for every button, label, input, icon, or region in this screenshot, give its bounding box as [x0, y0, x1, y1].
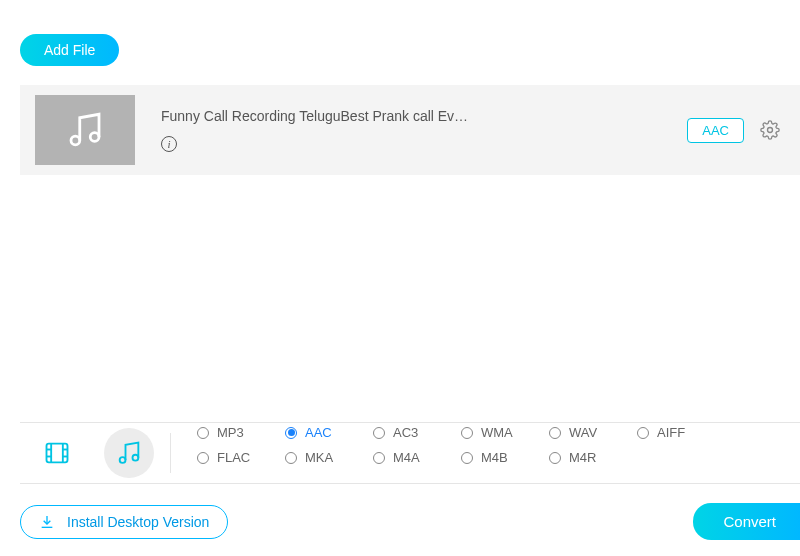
format-option-wav[interactable]: WAV: [549, 425, 637, 440]
svg-point-10: [120, 457, 126, 463]
install-desktop-label: Install Desktop Version: [67, 514, 209, 530]
format-option-aac[interactable]: AAC: [285, 425, 373, 440]
format-option-wma[interactable]: WMA: [461, 425, 549, 440]
svg-point-11: [133, 455, 139, 461]
add-file-button[interactable]: Add File: [20, 34, 119, 66]
svg-point-1: [90, 133, 99, 142]
svg-rect-3: [47, 444, 68, 463]
tab-video[interactable]: [32, 428, 82, 478]
file-item: Funny Call Recording TeluguBest Prank ca…: [20, 85, 800, 175]
svg-point-2: [768, 128, 773, 133]
format-options: MP3AACAC3WMAWAVAIFFFLACMKAM4AM4BM4R: [171, 421, 731, 485]
format-option-m4a[interactable]: M4A: [373, 450, 461, 465]
format-option-ac3[interactable]: AC3: [373, 425, 461, 440]
format-option-m4r[interactable]: M4R: [549, 450, 637, 465]
format-option-mka[interactable]: MKA: [285, 450, 373, 465]
format-option-m4b[interactable]: M4B: [461, 450, 549, 465]
music-note-icon: [64, 109, 106, 151]
file-info: Funny Call Recording TeluguBest Prank ca…: [161, 108, 687, 152]
format-option-aiff[interactable]: AIFF: [637, 425, 725, 440]
current-format-badge[interactable]: AAC: [687, 118, 744, 143]
file-thumbnail: [35, 95, 135, 165]
download-icon: [39, 514, 55, 530]
file-title: Funny Call Recording TeluguBest Prank ca…: [161, 108, 687, 124]
gear-icon[interactable]: [760, 120, 780, 140]
format-type-tabs: [20, 433, 171, 473]
format-panel: MP3AACAC3WMAWAVAIFFFLACMKAM4AM4BM4R: [20, 422, 800, 484]
bottom-bar: Install Desktop Version Convert: [20, 503, 800, 540]
info-icon[interactable]: i: [161, 136, 177, 152]
install-desktop-button[interactable]: Install Desktop Version: [20, 505, 228, 539]
tab-audio[interactable]: [104, 428, 154, 478]
svg-point-0: [71, 136, 80, 145]
format-option-flac[interactable]: FLAC: [197, 450, 285, 465]
convert-button[interactable]: Convert: [693, 503, 800, 540]
format-option-mp3[interactable]: MP3: [197, 425, 285, 440]
